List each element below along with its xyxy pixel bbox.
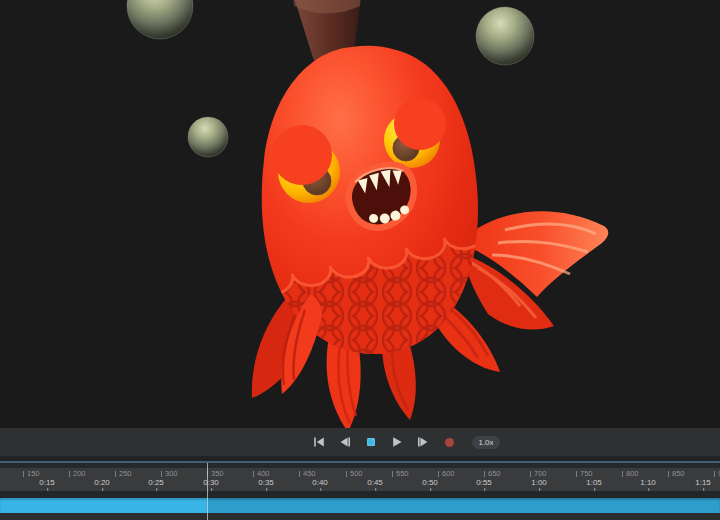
time-label: 1:00 xyxy=(531,479,547,487)
time-label: 0:35 xyxy=(258,479,274,487)
frame-label: 250 xyxy=(115,470,132,478)
left-eyelid xyxy=(272,125,332,185)
bubble xyxy=(188,117,228,157)
step-forward-icon xyxy=(417,436,429,448)
time-label: 0:25 xyxy=(148,479,164,487)
separator xyxy=(0,491,720,498)
bubble xyxy=(476,7,534,65)
bubble xyxy=(127,0,193,39)
timeline-scrollbar[interactable] xyxy=(0,498,720,513)
play-icon xyxy=(391,436,403,448)
frame-label: 750 xyxy=(576,470,593,478)
fish-artwork xyxy=(0,0,720,428)
frame-label: 850 xyxy=(668,470,685,478)
step-backward-icon xyxy=(339,436,351,448)
bottom-strip xyxy=(0,513,720,520)
right-eyelid xyxy=(394,98,446,150)
transport-bar: 1.0x xyxy=(0,428,720,456)
frame-label: 400 xyxy=(253,470,270,478)
step-backward-button[interactable] xyxy=(336,433,354,451)
frame-label: 350 xyxy=(207,470,224,478)
progress-played xyxy=(0,498,207,513)
preview-canvas[interactable] xyxy=(0,0,720,428)
time-label: 0:15 xyxy=(39,479,55,487)
skip-to-start-icon xyxy=(313,436,325,448)
frame-label: 300 xyxy=(161,470,178,478)
playback-speed-button[interactable]: 1.0x xyxy=(472,436,499,449)
frame-label: 200 xyxy=(69,470,86,478)
frame-label: 900 xyxy=(714,470,720,478)
time-label: 0:55 xyxy=(476,479,492,487)
step-forward-button[interactable] xyxy=(414,433,432,451)
skip-to-start-button[interactable] xyxy=(310,433,328,451)
record-icon xyxy=(445,438,454,447)
timeline-panel: 1.0x 150 200 250 300 350 400 450 500 550… xyxy=(0,428,720,520)
tail-fin xyxy=(462,211,608,329)
time-label: 1:05 xyxy=(586,479,602,487)
time-label: 1:10 xyxy=(640,479,656,487)
frame-label: 150 xyxy=(23,470,40,478)
frame-label: 500 xyxy=(346,470,363,478)
progress-remaining xyxy=(207,498,720,513)
play-button[interactable] xyxy=(388,433,406,451)
frame-label: 450 xyxy=(299,470,316,478)
time-label: 0:40 xyxy=(312,479,328,487)
stop-button[interactable] xyxy=(362,433,380,451)
playhead[interactable] xyxy=(207,463,209,520)
frame-label: 550 xyxy=(392,470,409,478)
time-label: 0:50 xyxy=(422,479,438,487)
frame-label: 700 xyxy=(530,470,547,478)
time-label: 0:20 xyxy=(94,479,110,487)
frame-label: 800 xyxy=(622,470,639,478)
stop-icon xyxy=(367,438,375,446)
time-label: 0:45 xyxy=(367,479,383,487)
record-button[interactable] xyxy=(440,433,458,451)
time-label: 1:15 xyxy=(695,479,711,487)
frame-label: 650 xyxy=(484,470,501,478)
animation-editor-window: 1.0x 150 200 250 300 350 400 450 500 550… xyxy=(0,0,720,520)
timeline-ruler[interactable]: 150 200 250 300 350 400 450 500 550 600 … xyxy=(0,468,720,491)
frame-label: 600 xyxy=(438,470,455,478)
